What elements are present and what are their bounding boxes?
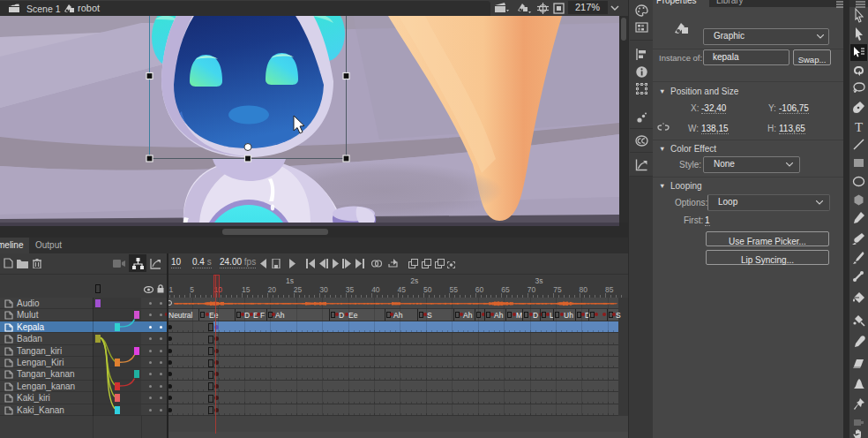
svg-text:T: T	[855, 120, 863, 134]
